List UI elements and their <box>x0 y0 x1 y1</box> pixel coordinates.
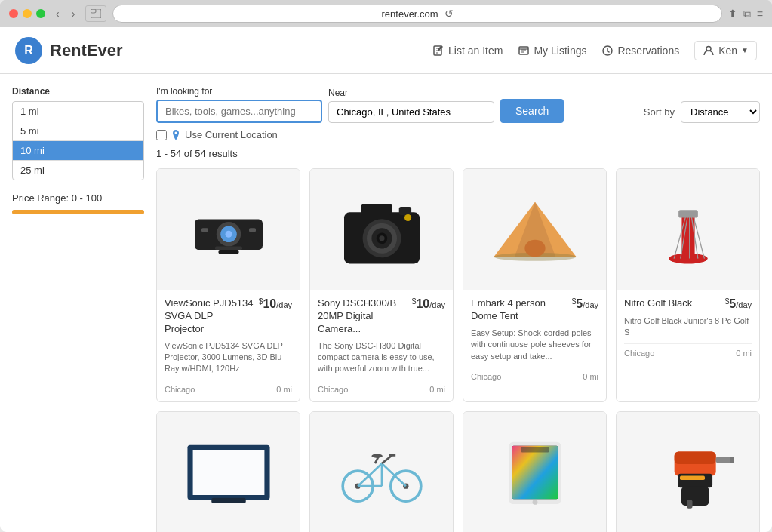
product-card[interactable]: Schwinn Womens Bike $10/day Schwinn Wome… <box>309 411 454 532</box>
product-card[interactable]: Sony DSCH300/B 20MP Digital Camera... $1… <box>309 168 454 402</box>
product-location: Chicago 0 mi <box>624 343 752 358</box>
sidebar: Distance 1 mi5 mi10 mi25 mi Price Range:… <box>12 86 144 532</box>
tab-icon <box>85 5 106 22</box>
maximize-button[interactable] <box>36 9 45 18</box>
location-distance: 0 mi <box>276 385 292 394</box>
minimize-button[interactable] <box>23 9 32 18</box>
distance-item[interactable]: 25 mi <box>13 161 143 180</box>
use-location-label[interactable]: Use Current Location <box>185 129 278 140</box>
results-count: 1 - 54 of 54 results <box>156 148 760 159</box>
svg-point-10 <box>225 231 232 238</box>
product-price: $5/day <box>572 297 598 311</box>
product-image <box>310 169 453 290</box>
distance-item[interactable]: 10 mi <box>13 141 143 161</box>
user-menu[interactable]: Ken ▼ <box>694 41 757 60</box>
location-city: Chicago <box>165 385 195 394</box>
search-bar-row: I'm looking for Near Search Sort by Dist… <box>156 86 760 123</box>
reservations-nav[interactable]: Reservations <box>601 45 679 57</box>
traffic-lights <box>9 9 45 18</box>
svg-line-45 <box>382 463 406 486</box>
logo-text: RentEver <box>50 41 123 60</box>
svg-rect-61 <box>715 457 730 463</box>
location-check: Use Current Location <box>156 129 760 140</box>
svg-rect-22 <box>398 207 411 215</box>
header-nav: List an Item My Listings Reservations Ke… <box>432 41 757 60</box>
location-city: Chicago <box>471 372 501 381</box>
distance-item[interactable]: 1 mi <box>13 102 143 121</box>
search-button[interactable]: Search <box>500 99 564 123</box>
sort-select[interactable]: DistancePriceNewest <box>681 101 760 123</box>
calendar-icon <box>601 45 614 57</box>
product-image <box>617 169 759 290</box>
svg-rect-29 <box>681 214 694 259</box>
page-content: R RentEver List an Item My Listings Rese… <box>0 27 772 532</box>
product-name: Nitro Golf Black <box>624 297 721 310</box>
sidebar-toggle[interactable]: ≡ <box>757 8 763 20</box>
close-button[interactable] <box>9 9 18 18</box>
svg-rect-60 <box>681 486 709 506</box>
sort-area: Sort by DistancePriceNewest <box>644 101 760 123</box>
forward-button[interactable]: › <box>67 6 80 21</box>
near-input[interactable] <box>328 101 494 123</box>
browser-actions: ⬆ ⧉ ≡ <box>728 8 763 20</box>
product-desc: Nitro Golf Black Junior's 8 Pc Golf S <box>624 315 752 339</box>
use-location-checkbox[interactable] <box>156 130 167 140</box>
product-location: Chicago 0 mi <box>471 367 598 381</box>
product-location: Chicago 0 mi <box>165 380 292 394</box>
search-content: I'm looking for Near Search Sort by Dist… <box>156 86 760 532</box>
product-info: Nitro Golf Black $5/day Nitro Golf Black… <box>617 290 759 365</box>
address-bar[interactable]: rentever.com ↺ <box>112 5 721 23</box>
product-info: ViewSonic PJD5134 SVGA DLP Projector $10… <box>157 290 300 401</box>
back-button[interactable]: ‹ <box>51 6 64 21</box>
logo-area: R RentEver <box>15 37 123 64</box>
product-card[interactable]: ViewSonic PJD5134 SVGA DLP Projector $10… <box>156 168 300 402</box>
product-card[interactable]: Nitro Golf Black $5/day Nitro Golf Black… <box>616 168 760 402</box>
svg-point-23 <box>404 214 411 221</box>
svg-line-44 <box>358 463 382 486</box>
main-layout: Distance 1 mi5 mi10 mi25 mi Price Range:… <box>0 74 772 532</box>
browser-window: ‹ › rentever.com ↺ ⬆ ⧉ ≡ R RentEver <box>0 0 772 532</box>
distance-item[interactable]: 5 mi <box>13 121 143 141</box>
product-image <box>157 412 300 532</box>
svg-point-20 <box>379 235 384 241</box>
price-slider[interactable] <box>12 210 144 214</box>
search-input[interactable] <box>156 100 322 123</box>
my-listings-label: My Listings <box>534 45 586 57</box>
product-card[interactable]: Black & Decker LDX112C 12V MAX... $5/day… <box>616 411 760 532</box>
price-slider-fill <box>12 210 144 214</box>
list-item-label: List an Item <box>448 45 503 57</box>
location-distance: 0 mi <box>736 349 752 358</box>
distance-list: 1 mi5 mi10 mi25 mi <box>12 101 144 180</box>
product-card[interactable]: Embark 4 person Dome Tent $5/day Easy Se… <box>463 168 607 402</box>
product-desc: Easy Setup: Shock-corded poles with cont… <box>471 328 598 362</box>
product-price: $5/day <box>725 297 752 311</box>
distance-label: Distance <box>12 86 144 97</box>
new-tab-button[interactable]: ⧉ <box>743 8 751 20</box>
product-grid: ViewSonic PJD5134 SVGA DLP Projector $10… <box>156 168 760 532</box>
product-card[interactable]: Inflatable Movie Screen $10/day Inflatab… <box>156 411 300 532</box>
svg-rect-59 <box>678 474 712 487</box>
reservations-label: Reservations <box>617 45 679 57</box>
product-desc: The Sony DSC-H300 Digital compact camera… <box>318 340 445 375</box>
svg-rect-12 <box>249 228 256 232</box>
reload-button[interactable]: ↺ <box>444 8 454 20</box>
product-title-row: Sony DSCH300/B 20MP Digital Camera... $1… <box>318 297 445 336</box>
product-name: Embark 4 person Dome Tent <box>471 297 567 323</box>
near-group: Near <box>328 88 494 123</box>
location-icon <box>171 130 180 140</box>
svg-point-56 <box>532 500 537 505</box>
looking-for-group: I'm looking for <box>156 86 322 123</box>
svg-rect-35 <box>678 210 698 217</box>
list-item-nav[interactable]: List an Item <box>432 45 503 57</box>
my-listings-nav[interactable]: My Listings <box>518 45 586 57</box>
distance-section: Distance 1 mi5 mi10 mi25 mi <box>12 86 144 180</box>
user-name: Ken <box>718 45 737 57</box>
svg-rect-21 <box>361 204 392 215</box>
looking-for-label: I'm looking for <box>156 86 322 97</box>
product-image <box>157 169 300 290</box>
share-button[interactable]: ⬆ <box>728 8 737 20</box>
svg-rect-64 <box>687 500 692 509</box>
svg-rect-55 <box>521 447 549 452</box>
product-card[interactable]: Samsung Galaxy Tab® 4 10.1 $10/day Samsu… <box>463 411 607 532</box>
svg-rect-54 <box>512 446 558 499</box>
